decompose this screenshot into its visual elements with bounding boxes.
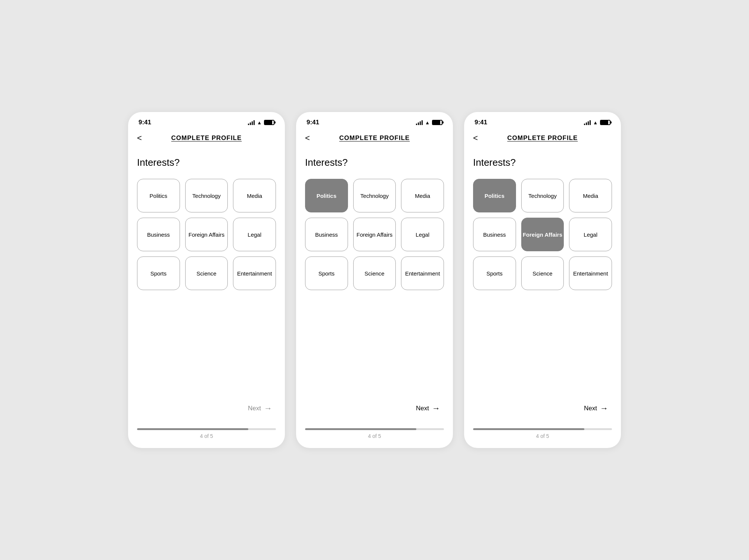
status-time: 9:41 — [139, 119, 151, 126]
next-label: Next — [416, 405, 429, 412]
status-icons: ▲ — [248, 120, 274, 125]
header: <COMPLETE PROFILE — [296, 131, 453, 146]
chip-label: Legal — [584, 231, 597, 238]
chip-label: Sports — [150, 270, 167, 277]
chip-label: Media — [415, 193, 430, 199]
next-arrow-icon: → — [432, 404, 440, 413]
interests-grid: PoliticsTechnologyMediaBusinessForeign A… — [305, 179, 444, 290]
progress-bar-track — [473, 428, 612, 430]
header: <COMPLETE PROFILE — [128, 131, 285, 146]
chip-label: Technology — [528, 193, 557, 199]
chip-label: Media — [583, 193, 598, 199]
signal-icon — [584, 120, 591, 125]
chip-label: Sports — [487, 270, 503, 277]
screens-container: 9:41▲<COMPLETE PROFILEInterests?Politics… — [128, 112, 621, 448]
chip-label: Entertainment — [237, 270, 272, 277]
header: <COMPLETE PROFILE — [464, 131, 621, 146]
interest-chip-legal[interactable]: Legal — [233, 218, 276, 251]
page-title: COMPLETE PROFILE — [507, 134, 578, 142]
battery-icon — [264, 120, 274, 125]
interest-chip-entertainment[interactable]: Entertainment — [233, 256, 276, 290]
chip-label: Legal — [416, 231, 429, 238]
interest-chip-technology[interactable]: Technology — [521, 179, 564, 212]
chip-label: Technology — [360, 193, 389, 199]
interest-chip-entertainment[interactable]: Entertainment — [569, 256, 612, 290]
interest-chip-science[interactable]: Science — [521, 256, 564, 290]
interests-heading: Interests? — [473, 157, 612, 168]
interest-chip-sports[interactable]: Sports — [305, 256, 348, 290]
chip-label: Entertainment — [573, 270, 608, 277]
signal-icon — [248, 120, 255, 125]
content-area: Interests?PoliticsTechnologyMediaBusines… — [128, 146, 285, 428]
next-arrow-icon: → — [600, 404, 608, 413]
interest-chip-technology[interactable]: Technology — [353, 179, 396, 212]
interest-chip-foreign-affairs[interactable]: Foreign Affairs — [521, 218, 564, 251]
progress-section: 4 of 5 — [464, 428, 621, 448]
interest-chip-legal[interactable]: Legal — [401, 218, 444, 251]
next-button[interactable]: Next→ — [248, 404, 272, 413]
next-row: Next→ — [473, 404, 612, 413]
interests-grid: PoliticsTechnologyMediaBusinessForeign A… — [473, 179, 612, 290]
interest-chip-business[interactable]: Business — [305, 218, 348, 251]
content-area: Interests?PoliticsTechnologyMediaBusines… — [296, 146, 453, 428]
interest-chip-entertainment[interactable]: Entertainment — [401, 256, 444, 290]
chip-label: Entertainment — [405, 270, 440, 277]
battery-icon — [600, 120, 610, 125]
progress-label: 4 of 5 — [368, 433, 381, 439]
phone-frame-2: 9:41▲<COMPLETE PROFILEInterests?Politics… — [296, 112, 453, 448]
chip-label: Politics — [485, 193, 504, 199]
chip-label: Politics — [150, 193, 168, 199]
interest-chip-science[interactable]: Science — [185, 256, 228, 290]
interests-heading: Interests? — [305, 157, 444, 168]
next-button[interactable]: Next→ — [584, 404, 608, 413]
interest-chip-sports[interactable]: Sports — [137, 256, 180, 290]
signal-icon — [416, 120, 423, 125]
interest-chip-business[interactable]: Business — [473, 218, 516, 251]
chip-label: Science — [532, 270, 552, 277]
battery-icon — [432, 120, 442, 125]
next-button[interactable]: Next→ — [416, 404, 440, 413]
next-arrow-icon: → — [264, 404, 272, 413]
interest-chip-technology[interactable]: Technology — [185, 179, 228, 212]
interest-chip-foreign-affairs[interactable]: Foreign Affairs — [353, 218, 396, 251]
status-bar: 9:41▲ — [128, 112, 285, 131]
next-label: Next — [584, 405, 597, 412]
phone-frame-3: 9:41▲<COMPLETE PROFILEInterests?Politics… — [464, 112, 621, 448]
status-bar: 9:41▲ — [296, 112, 453, 131]
interests-grid: PoliticsTechnologyMediaBusinessForeign A… — [137, 179, 276, 290]
interest-chip-legal[interactable]: Legal — [569, 218, 612, 251]
interest-chip-sports[interactable]: Sports — [473, 256, 516, 290]
next-row: Next→ — [305, 404, 444, 413]
progress-section: 4 of 5 — [296, 428, 453, 448]
interest-chip-politics[interactable]: Politics — [305, 179, 348, 212]
phone-frame-1: 9:41▲<COMPLETE PROFILEInterests?Politics… — [128, 112, 285, 448]
progress-label: 4 of 5 — [200, 433, 213, 439]
interest-chip-politics[interactable]: Politics — [473, 179, 516, 212]
interests-heading: Interests? — [137, 157, 276, 168]
chip-label: Legal — [248, 231, 261, 238]
chip-label: Foreign Affairs — [189, 231, 224, 238]
interest-chip-science[interactable]: Science — [353, 256, 396, 290]
status-icons: ▲ — [416, 120, 442, 125]
interest-chip-foreign-affairs[interactable]: Foreign Affairs — [185, 218, 228, 251]
interest-chip-business[interactable]: Business — [137, 218, 180, 251]
page-title: COMPLETE PROFILE — [171, 134, 242, 142]
back-button[interactable]: < — [473, 133, 478, 143]
chip-label: Foreign Affairs — [523, 231, 562, 238]
status-time: 9:41 — [475, 119, 487, 126]
interest-chip-politics[interactable]: Politics — [137, 179, 180, 212]
back-button[interactable]: < — [137, 133, 142, 143]
interest-chip-media[interactable]: Media — [233, 179, 276, 212]
status-bar: 9:41▲ — [464, 112, 621, 131]
chip-label: Media — [247, 193, 262, 199]
chip-label: Technology — [192, 193, 221, 199]
progress-bar-track — [137, 428, 276, 430]
chip-label: Science — [196, 270, 216, 277]
interest-chip-media[interactable]: Media — [569, 179, 612, 212]
status-icons: ▲ — [584, 120, 610, 125]
interest-chip-media[interactable]: Media — [401, 179, 444, 212]
progress-bar-fill — [137, 428, 248, 430]
progress-section: 4 of 5 — [128, 428, 285, 448]
next-label: Next — [248, 405, 261, 412]
back-button[interactable]: < — [305, 133, 310, 143]
